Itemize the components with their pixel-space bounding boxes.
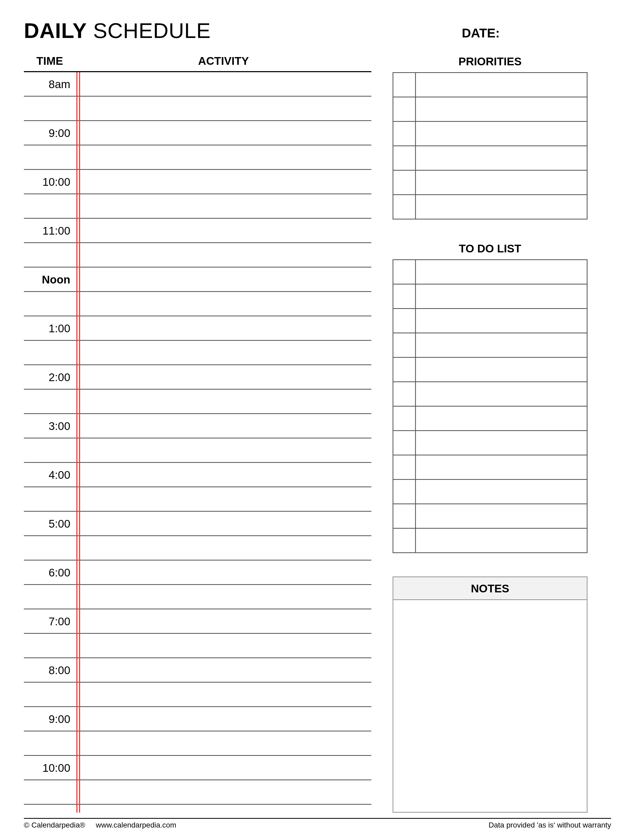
activity-cell[interactable] (76, 463, 371, 486)
schedule-row: 6:00 (24, 561, 371, 585)
priority-checkbox[interactable] (393, 195, 416, 219)
schedule-row (24, 341, 371, 365)
activity-cell[interactable] (76, 658, 371, 682)
todo-checkbox[interactable] (393, 407, 416, 430)
activity-cell[interactable] (76, 439, 371, 462)
todo-checkbox[interactable] (393, 309, 416, 333)
activity-cell[interactable] (76, 634, 371, 657)
priority-checkbox[interactable] (393, 146, 416, 170)
todo-checkbox[interactable] (393, 333, 416, 357)
time-cell: 9:00 (24, 707, 76, 731)
activity-cell[interactable] (76, 683, 371, 706)
todo-text[interactable] (416, 382, 587, 406)
priority-checkbox[interactable] (393, 171, 416, 194)
schedule-row: 3:00 (24, 414, 371, 439)
activity-cell[interactable] (76, 609, 371, 633)
todo-text[interactable] (416, 431, 587, 455)
activity-cell[interactable] (76, 145, 371, 169)
activity-cell[interactable] (76, 780, 371, 804)
todo-checkbox[interactable] (393, 260, 416, 284)
activity-cell[interactable] (76, 585, 371, 609)
time-cell (24, 243, 76, 267)
todo-text[interactable] (416, 260, 587, 284)
todo-text[interactable] (416, 504, 587, 528)
activity-cell[interactable] (76, 341, 371, 365)
todo-checkbox[interactable] (393, 504, 416, 528)
todo-title: TO DO LIST (392, 238, 588, 259)
priority-text[interactable] (416, 146, 587, 170)
schedule-row: 10:00 (24, 170, 371, 194)
activity-cell[interactable] (76, 267, 371, 291)
todo-row (393, 309, 587, 333)
activity-cell[interactable] (76, 414, 371, 437)
activity-cell[interactable] (76, 194, 371, 218)
activity-cell[interactable] (76, 561, 371, 584)
priority-text[interactable] (416, 122, 587, 145)
time-header: TIME (24, 55, 76, 68)
activity-cell[interactable] (76, 731, 371, 755)
todo-row (393, 431, 587, 455)
todo-text[interactable] (416, 480, 587, 504)
todo-checkbox[interactable] (393, 358, 416, 381)
activity-cell[interactable] (76, 756, 371, 780)
todo-row (393, 529, 587, 553)
schedule-row (24, 243, 371, 267)
activity-cell[interactable] (76, 316, 371, 340)
time-cell: 8am (24, 72, 76, 96)
todo-text[interactable] (416, 333, 587, 357)
todo-text[interactable] (416, 309, 587, 333)
activity-cell[interactable] (76, 390, 371, 413)
activity-cell[interactable] (76, 512, 371, 535)
priorities-table (392, 72, 588, 219)
schedule-row: 11:00 (24, 219, 371, 243)
todo-checkbox[interactable] (393, 431, 416, 455)
priority-text[interactable] (416, 171, 587, 194)
schedule-row (24, 585, 371, 609)
time-cell: 4:00 (24, 463, 76, 486)
priority-checkbox[interactable] (393, 97, 416, 121)
time-cell: 11:00 (24, 219, 76, 242)
todo-row (393, 260, 587, 284)
activity-cell[interactable] (76, 243, 371, 267)
time-cell (24, 439, 76, 462)
activity-cell[interactable] (76, 707, 371, 731)
footer-disclaimer: Data provided 'as is' without warranty (488, 821, 611, 829)
time-cell: 8:00 (24, 658, 76, 682)
activity-cell[interactable] (76, 170, 371, 193)
todo-row (393, 480, 587, 504)
priority-row (393, 195, 587, 219)
schedule-row (24, 536, 371, 561)
time-cell (24, 487, 76, 511)
todo-text[interactable] (416, 284, 587, 308)
priority-checkbox[interactable] (393, 122, 416, 145)
todo-table (392, 259, 588, 553)
activity-cell[interactable] (76, 292, 371, 316)
activity-cell[interactable] (76, 487, 371, 511)
activity-cell[interactable] (76, 121, 371, 145)
todo-checkbox[interactable] (393, 480, 416, 504)
schedule-row (24, 292, 371, 316)
activity-cell[interactable] (76, 72, 371, 96)
todo-text[interactable] (416, 455, 587, 479)
time-cell: 2:00 (24, 365, 76, 389)
schedule-row (24, 439, 371, 463)
todo-text[interactable] (416, 529, 587, 552)
footer: © Calendarpedia® www.calendarpedia.com D… (24, 818, 611, 829)
todo-checkbox[interactable] (393, 284, 416, 308)
todo-checkbox[interactable] (393, 382, 416, 406)
todo-text[interactable] (416, 358, 587, 381)
todo-checkbox[interactable] (393, 455, 416, 479)
priority-text[interactable] (416, 97, 587, 121)
priority-checkbox[interactable] (393, 73, 416, 96)
activity-cell[interactable] (76, 536, 371, 560)
todo-text[interactable] (416, 407, 587, 430)
activity-cell[interactable] (76, 96, 371, 120)
activity-cell[interactable] (76, 219, 371, 242)
activity-cell[interactable] (76, 365, 371, 389)
priority-text[interactable] (416, 195, 587, 219)
priority-text[interactable] (416, 73, 587, 96)
priority-row (393, 171, 587, 195)
notes-body[interactable] (393, 600, 587, 812)
footer-copyright: © Calendarpedia® (24, 821, 85, 829)
todo-checkbox[interactable] (393, 529, 416, 552)
